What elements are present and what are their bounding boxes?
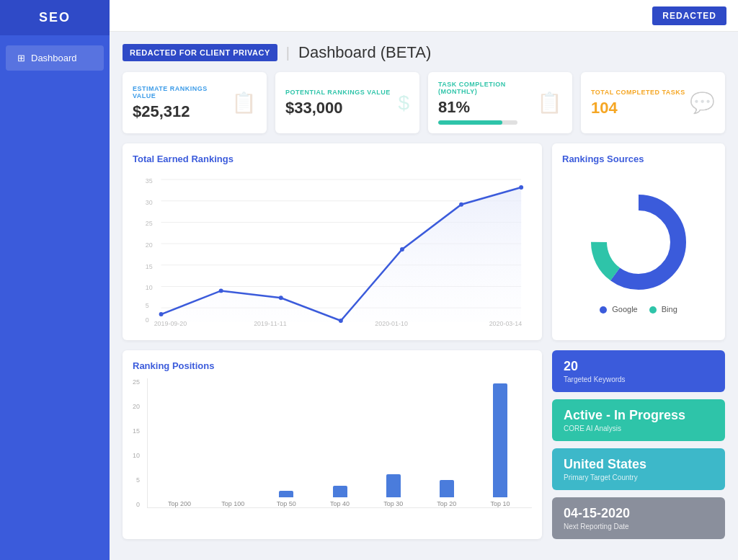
info-card-country-value: United States bbox=[564, 457, 713, 472]
bar-top40-fill bbox=[333, 486, 347, 497]
y-label-5: 5 bbox=[136, 476, 140, 484]
kpi-total-value: 104 bbox=[591, 99, 685, 117]
kpi-task-progress-bar bbox=[438, 120, 517, 125]
kpi-total-icon: 💬 bbox=[690, 91, 715, 115]
y-label-25: 25 bbox=[133, 378, 140, 386]
line-chart-title: Total Earned Rankings bbox=[133, 154, 532, 164]
kpi-row: ESTIMATE RANKINGS VALUE $25,312 📋 POTENT… bbox=[123, 72, 725, 133]
bar-y-axis: 25 20 15 10 5 0 bbox=[133, 378, 143, 508]
bar-chart-card: Ranking Positions 25 20 15 10 5 0 bbox=[123, 350, 542, 539]
page-title: Dashboard (BETA) bbox=[298, 43, 431, 62]
svg-point-19 bbox=[400, 247, 404, 252]
bar-top100: Top 100 bbox=[207, 378, 259, 507]
kpi-card-potential: POTENTIAL RANKINGS VALUE $33,000 $ bbox=[275, 72, 419, 133]
y-label-20: 20 bbox=[133, 403, 140, 410]
bar-top10-label: Top 10 bbox=[490, 500, 510, 507]
donut-legend: Google Bing bbox=[600, 305, 677, 314]
info-card-country-label: Primary Target Country bbox=[564, 474, 713, 481]
legend-bing: Bing bbox=[649, 305, 677, 314]
svg-text:2019-09-20: 2019-09-20 bbox=[154, 320, 187, 327]
line-chart-container: 35 30 25 20 15 10 5 0 bbox=[133, 172, 532, 330]
svg-text:25: 25 bbox=[146, 220, 153, 227]
charts-row: Total Earned Rankings 35 30 bbox=[123, 143, 725, 340]
google-dot bbox=[600, 306, 607, 314]
main-content: REDACTED REDACTED FOR CLIENT PRIVACY | D… bbox=[110, 0, 738, 560]
svg-text:0: 0 bbox=[146, 316, 149, 324]
bar-chart-title: Ranking Positions bbox=[133, 360, 532, 371]
kpi-task-label: TASK COMPLETION (MONTHLY) bbox=[438, 81, 537, 95]
topbar-badge: REDACTED bbox=[652, 6, 726, 25]
bar-top50-fill bbox=[279, 491, 293, 497]
svg-point-18 bbox=[339, 319, 343, 323]
kpi-card-estimate: ESTIMATE RANKINGS VALUE $25,312 📋 bbox=[123, 72, 267, 133]
info-cards-col: 20 Targeted Keywords Active - In Progres… bbox=[552, 350, 725, 539]
bottom-row: Ranking Positions 25 20 15 10 5 0 bbox=[123, 350, 725, 539]
svg-text:2020-03-14: 2020-03-14 bbox=[489, 320, 523, 327]
info-card-country: United States Primary Target Country bbox=[552, 448, 725, 490]
kpi-potential-value: $33,000 bbox=[285, 99, 391, 117]
info-card-active-label: CORE AI Analysis bbox=[564, 425, 713, 432]
kpi-estimate-label: ESTIMATE RANKINGS VALUE bbox=[133, 85, 231, 99]
svg-text:35: 35 bbox=[146, 177, 153, 185]
info-card-active-value: Active - In Progress bbox=[564, 408, 713, 423]
info-card-active: Active - In Progress CORE AI Analysis bbox=[552, 399, 725, 441]
svg-point-20 bbox=[459, 203, 463, 207]
redacted-badge: REDACTED FOR CLIENT PRIVACY bbox=[123, 44, 277, 61]
kpi-potential-label: POTENTIAL RANKINGS VALUE bbox=[285, 89, 391, 96]
bar-top50: Top 50 bbox=[260, 378, 312, 507]
topbar: REDACTED bbox=[110, 0, 738, 32]
line-chart-card: Total Earned Rankings 35 30 bbox=[123, 143, 542, 340]
svg-text:30: 30 bbox=[146, 199, 153, 206]
svg-text:5: 5 bbox=[146, 302, 149, 309]
sidebar: SEO ⊞ Dashboard bbox=[0, 0, 110, 560]
svg-text:10: 10 bbox=[146, 284, 153, 291]
bar-top200: Top 200 bbox=[154, 378, 205, 507]
bar-top10-fill bbox=[493, 383, 507, 497]
bar-top40-label: Top 40 bbox=[330, 500, 350, 507]
donut-chart-title: Rankings Sources bbox=[562, 154, 715, 164]
donut-svg bbox=[584, 188, 693, 296]
sidebar-item-dashboard[interactable]: ⊞ Dashboard bbox=[6, 45, 104, 71]
bar-top50-label: Top 50 bbox=[277, 500, 296, 507]
kpi-total-label: TOTAL COMPLETED TASKS bbox=[591, 89, 685, 96]
y-label-15: 15 bbox=[133, 427, 140, 435]
kpi-task-icon: 📋 bbox=[537, 91, 562, 115]
svg-point-21 bbox=[519, 185, 523, 190]
svg-point-15 bbox=[159, 312, 164, 316]
line-chart-svg: 35 30 25 20 15 10 5 0 bbox=[133, 172, 532, 330]
donut-container: Google Bing bbox=[562, 172, 715, 330]
info-card-reporting-label: Next Reporting Date bbox=[564, 523, 713, 530]
kpi-estimate-icon: 📋 bbox=[231, 91, 257, 115]
svg-point-16 bbox=[219, 288, 223, 293]
bar-top200-label: Top 200 bbox=[168, 500, 191, 507]
page-body: REDACTED FOR CLIENT PRIVACY | Dashboard … bbox=[110, 32, 738, 560]
donut-chart-card: Rankings Sources Google bbox=[552, 143, 725, 340]
bing-dot bbox=[649, 306, 657, 314]
page-header: REDACTED FOR CLIENT PRIVACY | Dashboard … bbox=[123, 43, 725, 62]
sidebar-logo: SEO bbox=[0, 0, 110, 35]
svg-text:20: 20 bbox=[146, 241, 153, 249]
svg-text:2020-01-10: 2020-01-10 bbox=[375, 320, 408, 327]
bar-top20-label: Top 20 bbox=[437, 500, 456, 507]
info-card-reporting: 04-15-2020 Next Reporting Date bbox=[552, 497, 725, 539]
bar-top30: Top 30 bbox=[368, 378, 419, 507]
svg-text:2019-11-11: 2019-11-11 bbox=[254, 320, 287, 327]
info-card-keywords-value: 20 bbox=[564, 359, 713, 374]
kpi-card-total-tasks: TOTAL COMPLETED TASKS 104 💬 bbox=[581, 72, 725, 133]
sidebar-nav: ⊞ Dashboard bbox=[0, 35, 110, 74]
bar-top20: Top 20 bbox=[421, 378, 473, 507]
y-label-10: 10 bbox=[133, 452, 140, 459]
svg-text:15: 15 bbox=[146, 263, 153, 270]
sidebar-item-label: Dashboard bbox=[31, 53, 77, 63]
kpi-card-task-completion: TASK COMPLETION (MONTHLY) 81% 📋 bbox=[428, 72, 572, 133]
bar-top10: Top 10 bbox=[474, 378, 526, 507]
bar-chart-wrapper: 25 20 15 10 5 0 Top 200 bbox=[133, 378, 532, 508]
kpi-task-value: 81% bbox=[438, 98, 537, 117]
bar-chart-area: Top 200 Top 100 Top 50 bbox=[147, 378, 532, 508]
kpi-potential-icon: $ bbox=[398, 92, 409, 115]
info-card-reporting-value: 04-15-2020 bbox=[564, 506, 713, 521]
bar-top30-label: Top 30 bbox=[383, 500, 403, 507]
dashboard-icon: ⊞ bbox=[17, 53, 25, 63]
kpi-estimate-value: $25,312 bbox=[133, 102, 231, 121]
info-card-keywords-label: Targeted Keywords bbox=[564, 375, 713, 383]
